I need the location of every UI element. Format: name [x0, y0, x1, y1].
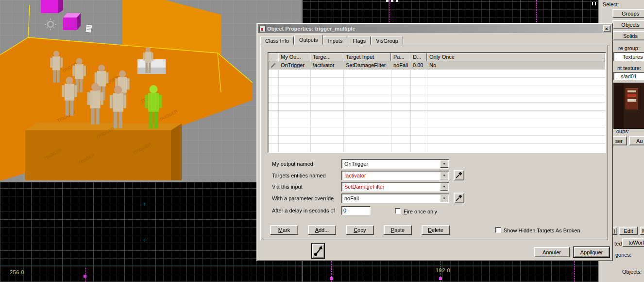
white-box[interactable] — [137, 59, 166, 74]
scrollbar-tick — [592, 2, 593, 5]
chevron-down-icon: ▼ — [443, 185, 446, 188]
output-row[interactable]: OnTrigger !activator SetDamageFilter noF… — [269, 61, 605, 70]
dialog-title: Object Properties: trigger_multiple — [267, 26, 603, 32]
selection-handle[interactable] — [84, 275, 86, 278]
tab-inputs[interactable]: Inputs — [323, 36, 347, 45]
selection-handle[interactable] — [396, 0, 398, 2]
select-label: Select: — [603, 1, 619, 7]
selection-marker[interactable] — [536, 0, 537, 22]
cell-target: !activator — [310, 61, 343, 70]
add-button[interactable]: Add... — [308, 225, 336, 235]
categories-label: gories: — [615, 252, 631, 258]
column-header-target-input[interactable]: Target Input — [343, 53, 391, 61]
param-dropdown-button[interactable]: ▼ — [440, 194, 448, 202]
tab-flags[interactable]: Flags — [348, 36, 371, 45]
selection-marker[interactable] — [390, 0, 390, 22]
dialog-tabs: Class Info Outputs Inputs Flags VisGroup — [260, 36, 404, 45]
object-properties-dialog: Object Properties: trigger_multiple × Cl… — [256, 23, 613, 261]
via-input-combo[interactable]: SetDamageFilter ▼ — [341, 182, 449, 192]
outputs-list-header: My Ou... Targe... Target Input Pa... D..… — [269, 53, 605, 61]
show-hidden-checkbox[interactable] — [495, 227, 501, 233]
selection-handle[interactable] — [391, 0, 393, 2]
selection-marker[interactable] — [574, 261, 575, 282]
select-groups-button[interactable]: Groups — [612, 9, 644, 18]
outputs-list-body[interactable]: OnTrigger !activator SetDamageFilter noF… — [269, 61, 605, 152]
pick-param-button[interactable] — [454, 193, 464, 203]
select-objects-button[interactable]: Objects — [612, 20, 644, 29]
toworld-button[interactable]: toWorld — [622, 238, 644, 247]
texture-group-label: re group: — [618, 45, 640, 51]
param-override-value: noFall — [342, 194, 440, 203]
texture-group-combo[interactable]: Textures — [613, 52, 644, 61]
texture-preview[interactable]: 5 — [613, 83, 644, 129]
chevron-down-icon: ▼ — [443, 162, 446, 165]
target-entities-combo[interactable]: !activator ▼ — [341, 171, 449, 180]
column-header-param[interactable]: Pa... — [391, 53, 410, 61]
hammer-editor-window: TRIGGER TRIGGER TRIGGER TRIGGER TRIGGER … — [0, 0, 644, 282]
fire-once-label: Fire once only — [404, 209, 437, 214]
eyedropper-icon — [455, 171, 463, 179]
delay-label: After a delay in seconds of — [272, 208, 335, 213]
paste-button[interactable]: Paste — [384, 225, 412, 235]
cell-param: noFall — [391, 61, 410, 70]
copy-button[interactable]: Copy — [346, 225, 374, 235]
column-header-target[interactable]: Targe... — [310, 53, 343, 61]
tab-outputs[interactable]: Outputs — [294, 35, 323, 45]
param-override-combo[interactable]: noFall ▼ — [341, 194, 449, 203]
target-entities-value: !activator — [342, 171, 440, 180]
cell-delay: 0.00 — [410, 61, 427, 70]
target-dropdown-button[interactable]: ▼ — [440, 172, 448, 179]
current-texture-field[interactable]: s/ad01 — [613, 72, 644, 80]
column-header-only-once[interactable]: Only Once — [427, 53, 605, 61]
chevron-down-icon: ▼ — [443, 174, 446, 177]
magenta-cube[interactable] — [41, 0, 63, 13]
selection-handle[interactable] — [439, 277, 442, 280]
cell-my-output: OnTrigger — [278, 61, 310, 70]
selection-handle[interactable] — [330, 277, 333, 280]
my-output-value: OnTrigger — [342, 159, 440, 168]
my-output-dropdown-button[interactable]: ▼ — [440, 160, 448, 168]
toggle-size-button[interactable] — [312, 244, 324, 258]
dimension-label: 256.0 — [10, 269, 24, 275]
current-texture-label: nt texture: — [617, 65, 641, 71]
dimension-label: 192.0 — [436, 267, 450, 273]
via-input-label: Via this input — [272, 184, 303, 190]
dialog-icon — [259, 26, 266, 32]
clipboard-entity[interactable] — [85, 24, 92, 33]
outputs-list[interactable]: My Ou... Targe... Target Input Pa... D..… — [268, 52, 606, 153]
eyedropper-icon — [455, 194, 463, 202]
my-output-combo[interactable]: OnTrigger ▼ — [341, 159, 449, 169]
magenta-cube[interactable] — [63, 13, 81, 30]
delete-button[interactable]: Delete — [422, 225, 450, 235]
target-entities-label: Targets entities named — [272, 173, 326, 178]
texture-preview-shade — [614, 83, 624, 128]
column-header-icon[interactable] — [269, 53, 278, 61]
diagonal-arrow-icon — [313, 245, 323, 257]
selection-handle[interactable] — [386, 0, 389, 2]
chevron-down-icon: ▼ — [443, 197, 446, 200]
select-solids-button[interactable]: Solids — [612, 31, 644, 40]
mark-button[interactable]: Mark — [270, 225, 298, 235]
groups-label: oups: — [616, 128, 629, 134]
my-output-label: My output named — [272, 161, 313, 167]
dialog-titlebar[interactable]: Object Properties: trigger_multiple × — [258, 24, 611, 33]
pick-entity-button[interactable] — [454, 170, 464, 180]
show-hidden-label: Show Hidden Targets As Broken — [504, 228, 580, 233]
edit-button[interactable]: Edit — [619, 227, 638, 235]
delay-input[interactable] — [341, 206, 371, 215]
close-button[interactable]: × — [603, 25, 610, 32]
objects-label: Objects: — [622, 269, 642, 275]
tab-class-info[interactable]: Class Info — [260, 36, 294, 45]
auto-button[interactable]: Au — [629, 136, 644, 145]
fire-once-checkbox[interactable] — [395, 208, 401, 214]
crosshair-marker: + — [142, 202, 146, 207]
column-header-my-output[interactable]: My Ou... — [278, 53, 310, 61]
cell-target-input: SetDamageFilter — [343, 61, 391, 70]
apply-button[interactable]: Appliquer — [574, 247, 610, 257]
param-override-label: With a parameter override — [272, 195, 334, 201]
via-input-dropdown-button[interactable]: ▼ — [440, 183, 448, 191]
mark-sidebar-button[interactable]: M — [640, 227, 644, 235]
column-header-delay[interactable]: D... — [410, 53, 427, 61]
cancel-button[interactable]: Annuler — [534, 247, 570, 257]
tab-visgroup[interactable]: VisGroup — [371, 36, 403, 45]
